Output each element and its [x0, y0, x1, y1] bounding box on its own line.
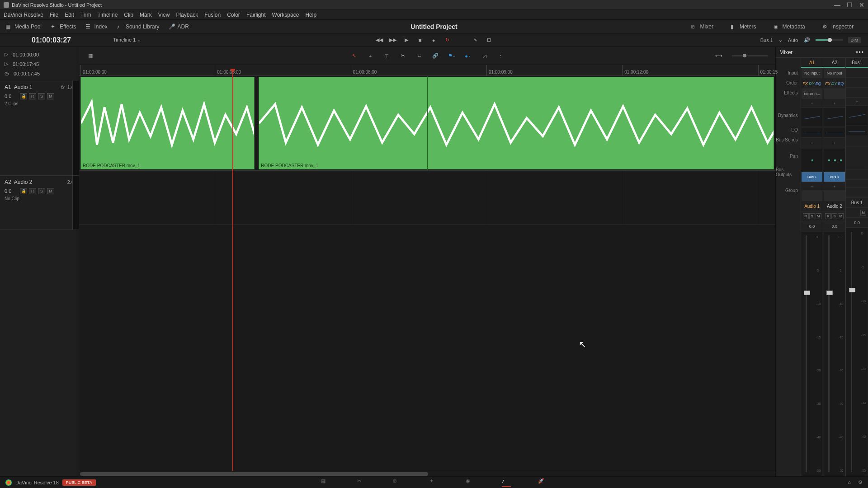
home-icon[interactable]: ⌂	[848, 479, 851, 485]
effects-slot[interactable]: Noise R...	[802, 89, 823, 99]
dim-button[interactable]: DIM	[848, 37, 861, 43]
fairlight-page-tab[interactable]: ♪	[502, 478, 511, 487]
volume-slider[interactable]	[816, 39, 843, 41]
index-button[interactable]: ☰Index	[85, 23, 108, 30]
close-button[interactable]: ✕	[859, 1, 864, 9]
play-button[interactable]: ▶	[402, 36, 410, 44]
edit-selection-tool[interactable]: ⌶	[382, 52, 391, 60]
effects-button[interactable]: ✦Effects	[51, 23, 76, 30]
dynamics-graph[interactable]	[802, 108, 823, 127]
main-timecode[interactable]: 01:00:03:27	[32, 36, 86, 44]
fader-handle[interactable]	[804, 291, 810, 295]
bus-output[interactable]: Bus 1	[802, 172, 823, 182]
solo-button[interactable]: S	[809, 213, 815, 219]
options-icon[interactable]: ⋮	[496, 52, 505, 60]
marker-tool[interactable]: ●⌄	[464, 52, 472, 60]
track-lane-a1[interactable]: RODE PODCASTER.mov_1 RODE PODCASTER.mov_…	[79, 76, 775, 171]
menu-fairlight[interactable]: Fairlight	[246, 12, 266, 18]
order-display[interactable]: FXDYEQ	[823, 79, 845, 89]
add-effect-button[interactable]: +	[846, 98, 868, 106]
pan-control[interactable]	[802, 149, 823, 171]
speaker-icon[interactable]: 🔊	[804, 37, 810, 43]
timeline-selector[interactable]: Timeline 1 ⌄	[113, 37, 141, 43]
sound-library-button[interactable]: ♪Sound Library	[117, 23, 160, 30]
arm-button[interactable]: R	[29, 93, 36, 99]
fader[interactable]: 0-5-10-15-20-30-40-50	[824, 232, 845, 476]
arm-button[interactable]: R	[825, 213, 831, 219]
mute-button[interactable]: M	[47, 188, 54, 194]
mixer-options-icon[interactable]: •••	[856, 49, 864, 56]
maximize-button[interactable]: ☐	[847, 1, 853, 9]
fader[interactable]: 0-5-10-15-20-30-40-50	[802, 232, 823, 476]
auto-label[interactable]: Auto	[788, 38, 798, 43]
edit-page-tab[interactable]: ⎚	[393, 478, 402, 487]
cut-page-tab[interactable]: ✂	[357, 478, 366, 487]
lock-button[interactable]: 🔒	[20, 93, 27, 99]
eq-graph[interactable]	[802, 128, 823, 138]
arm-button[interactable]: R	[29, 188, 36, 194]
mute-button[interactable]: M	[47, 93, 54, 99]
mute-button[interactable]: M	[838, 213, 844, 219]
media-pool-button[interactable]: ▦Media Pool	[5, 23, 42, 30]
color-page-tab[interactable]: ◉	[466, 478, 475, 487]
add-bus-button[interactable]: +	[823, 183, 845, 191]
next-button[interactable]: ▶▶	[389, 36, 397, 44]
menu-edit[interactable]: Edit	[65, 12, 74, 18]
bus-selector[interactable]: Bus 1	[760, 38, 773, 43]
add-send-button[interactable]: +	[801, 138, 823, 148]
solo-button[interactable]: S	[831, 213, 837, 219]
minimize-button[interactable]: —	[834, 1, 840, 9]
input-selector[interactable]: No Input	[824, 68, 845, 78]
order-display[interactable]: FXDYEQ	[801, 79, 823, 89]
menu-view[interactable]: View	[158, 12, 170, 18]
track-level[interactable]: 0.0	[5, 94, 18, 99]
mute-button[interactable]: M	[860, 210, 866, 216]
snap-icon[interactable]: ⊞	[485, 36, 493, 44]
selection-tool[interactable]: ↖	[350, 52, 358, 60]
track-level[interactable]: 0.0	[5, 188, 18, 194]
menu-help[interactable]: Help	[305, 12, 316, 18]
menu-trim[interactable]: Trim	[80, 12, 91, 18]
menu-workspace[interactable]: Workspace	[272, 12, 299, 18]
strip-header[interactable]: A2	[823, 58, 845, 68]
adr-button[interactable]: 🎤ADR	[169, 23, 189, 30]
menu-davinci[interactable]: DaVinci Resolve	[4, 12, 43, 18]
deliver-page-tab[interactable]: 🚀	[538, 478, 547, 487]
group-selector[interactable]	[802, 191, 823, 201]
record-button[interactable]: ●	[429, 36, 438, 44]
razor-tool[interactable]: ✂	[399, 52, 407, 60]
audio-clip[interactable]: RODE PODCASTER.mov_1	[80, 77, 255, 169]
pan-control[interactable]	[824, 149, 845, 171]
menu-mark[interactable]: Mark	[140, 12, 152, 18]
fader-handle[interactable]	[849, 288, 855, 292]
solo-button[interactable]: S	[38, 188, 45, 194]
range-tool[interactable]: +	[366, 52, 374, 60]
eq-graph[interactable]	[824, 128, 845, 138]
add-bus-button[interactable]: +	[801, 183, 823, 191]
menu-file[interactable]: File	[50, 12, 58, 18]
menu-playback[interactable]: Playback	[176, 12, 198, 18]
automation-icon[interactable]: ∿	[471, 36, 479, 44]
menu-fusion[interactable]: Fusion	[204, 12, 221, 18]
mute-button[interactable]: M	[816, 213, 821, 219]
meters-toggle[interactable]: ▮Meters	[731, 23, 756, 30]
snap-tool[interactable]: ⊂	[415, 52, 423, 60]
arm-button[interactable]: R	[803, 213, 809, 219]
add-effect-button[interactable]: +	[801, 99, 823, 108]
flag-marker-tool[interactable]: ⚑⌄	[448, 52, 456, 60]
transient-tool[interactable]: ⩘	[480, 52, 488, 60]
fader[interactable]: 0-5-10-15-20-30-40-50	[846, 228, 868, 476]
input-selector[interactable]: No Input	[802, 68, 823, 78]
inspector-toggle[interactable]: ⚙Inspector	[822, 23, 854, 30]
bus-output[interactable]: Bus 1	[824, 172, 845, 182]
prev-button[interactable]: ◀◀	[375, 36, 383, 44]
group-selector[interactable]	[824, 191, 845, 201]
audio-clip[interactable]: RODE PODCASTER.mov_1	[259, 77, 774, 169]
settings-icon[interactable]: ⚙	[858, 479, 863, 485]
timeline-ruler[interactable]: 01:00:00:00 01:00:03:00 01:00:06:00 01:0…	[79, 65, 775, 76]
fader-handle[interactable]	[826, 291, 833, 295]
effects-slot[interactable]	[824, 89, 845, 99]
track-header-a1[interactable]: A1 Audio 1 fx 1.0 0.0 🔒 R S M 2 Clips	[0, 81, 79, 109]
zoom-slider[interactable]	[732, 55, 768, 56]
lock-button[interactable]: 🔒	[20, 188, 27, 194]
